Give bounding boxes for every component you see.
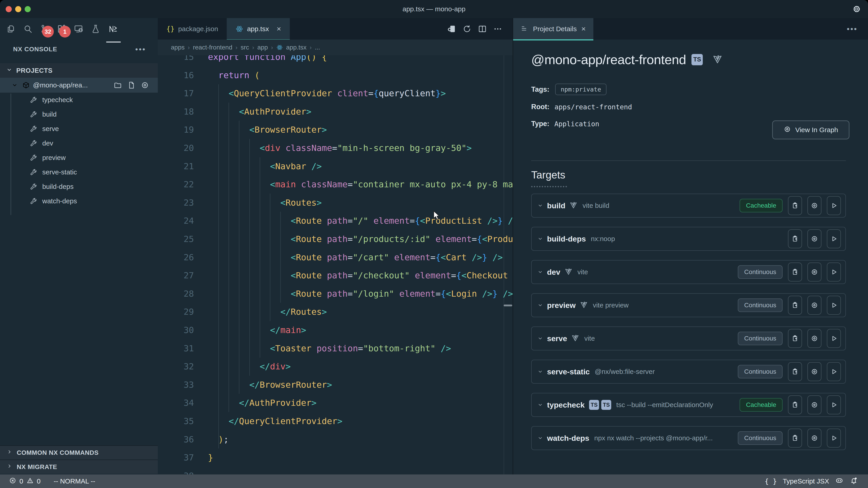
copilot-icon[interactable] bbox=[835, 476, 844, 486]
problems-status[interactable]: 0 0 -- NORMAL -- bbox=[0, 477, 95, 486]
target-button[interactable] bbox=[807, 296, 822, 315]
activity-item-search-icon[interactable] bbox=[23, 24, 33, 34]
sidebar-item-project[interactable]: @mono-app/rea... bbox=[0, 78, 158, 93]
close-icon[interactable]: × bbox=[277, 24, 281, 33]
file-icon[interactable] bbox=[127, 81, 135, 90]
play-button[interactable] bbox=[827, 329, 841, 348]
copy-button[interactable] bbox=[788, 429, 802, 448]
gear-icon[interactable] bbox=[852, 4, 862, 15]
run-config-icon[interactable] bbox=[447, 24, 456, 33]
target-button[interactable] bbox=[807, 229, 822, 248]
breadcrumb-item[interactable]: src bbox=[241, 44, 249, 51]
breadcrumb-item[interactable]: ... bbox=[315, 44, 320, 51]
breadcrumb[interactable]: apps›react-frontend›src›app›app.tsx›... bbox=[158, 39, 513, 55]
copy-button[interactable] bbox=[788, 395, 802, 414]
targets-heading: Targets bbox=[531, 169, 565, 181]
play-button[interactable] bbox=[827, 229, 841, 248]
sidebar-target-preview[interactable]: preview bbox=[0, 151, 158, 165]
error-icon bbox=[9, 477, 16, 484]
typescript-badge-icon: TS bbox=[691, 54, 703, 65]
view-in-graph-button[interactable]: View In Graph bbox=[772, 121, 849, 139]
section-label: NX MIGRATE bbox=[17, 463, 57, 470]
code-line-29: 29 </Routes> bbox=[158, 303, 513, 321]
target-button[interactable] bbox=[807, 263, 822, 282]
copy-button[interactable] bbox=[788, 296, 802, 315]
breadcrumb-separator: › bbox=[236, 44, 238, 51]
target-card-serve-static[interactable]: serve-static@nx/web:file-serverContinuou… bbox=[531, 360, 846, 384]
tags-row: Tags: npm:private bbox=[531, 84, 607, 95]
nx-icon bbox=[107, 24, 118, 34]
status-badge: Continuous bbox=[738, 431, 782, 445]
section-nx-migrate[interactable]: NX MIGRATE bbox=[0, 459, 158, 474]
copy-button[interactable] bbox=[788, 329, 802, 348]
bell-icon[interactable] bbox=[849, 476, 858, 486]
play-icon bbox=[830, 368, 838, 376]
play-button[interactable] bbox=[827, 429, 841, 448]
target-icon bbox=[783, 125, 791, 135]
breadcrumb-separator: › bbox=[310, 44, 312, 51]
target-button[interactable] bbox=[807, 362, 822, 381]
target-icon[interactable] bbox=[141, 81, 149, 90]
breadcrumb-item[interactable]: apps bbox=[171, 44, 185, 51]
sidebar-target-serve[interactable]: serve bbox=[0, 122, 158, 136]
activity-item-remote-icon[interactable] bbox=[74, 24, 84, 34]
section-label: COMMON NX COMMANDS bbox=[17, 449, 98, 456]
refresh-icon[interactable] bbox=[463, 24, 471, 33]
sidebar-target-build[interactable]: build bbox=[0, 107, 158, 122]
list-icon bbox=[521, 25, 528, 32]
projects-section-header[interactable]: PROJECTS bbox=[0, 63, 158, 78]
target-button[interactable] bbox=[807, 329, 822, 348]
sidebar-target-serve-static[interactable]: serve-static bbox=[0, 165, 158, 180]
target-card-build-deps[interactable]: build-depsnx:noop bbox=[531, 227, 846, 251]
sidebar-target-watch-deps[interactable]: watch-deps bbox=[0, 194, 158, 208]
activity-item-nx-icon[interactable] bbox=[107, 24, 118, 34]
close-icon[interactable]: × bbox=[581, 24, 586, 33]
activity-item-source-control-icon[interactable]: 32 bbox=[40, 24, 50, 34]
tab-package.json[interactable]: {}package.json bbox=[158, 18, 227, 39]
sidebar-target-dev[interactable]: dev bbox=[0, 136, 158, 151]
target-button[interactable] bbox=[807, 395, 822, 414]
play-button[interactable] bbox=[827, 296, 841, 315]
section-common-nx-commands[interactable]: COMMON NX COMMANDS bbox=[0, 445, 158, 459]
cube-icon bbox=[22, 81, 30, 89]
target-label: watch-deps bbox=[42, 197, 77, 205]
more-icon[interactable]: ••• bbox=[847, 27, 868, 31]
activity-item-files-icon[interactable] bbox=[6, 24, 16, 34]
copy-button[interactable] bbox=[788, 362, 802, 381]
copy-button[interactable] bbox=[788, 263, 802, 282]
target-card-typecheck[interactable]: typecheckTSTStsc --build --emitDeclarati… bbox=[531, 393, 846, 417]
tab-project-details[interactable]: Project Details × bbox=[513, 18, 593, 39]
sidebar-target-typecheck[interactable]: typecheck bbox=[0, 93, 158, 107]
play-button[interactable] bbox=[827, 395, 841, 414]
split-editor-icon[interactable] bbox=[478, 24, 487, 33]
play-button[interactable] bbox=[827, 263, 841, 282]
chevron-down-icon bbox=[537, 435, 544, 441]
play-button[interactable] bbox=[827, 362, 841, 381]
sidebar-target-build-deps[interactable]: build-deps bbox=[0, 180, 158, 194]
braces-icon: { } bbox=[765, 477, 777, 485]
target-card-serve[interactable]: serveviteContinuous bbox=[531, 326, 846, 350]
breadcrumb-item[interactable]: app bbox=[257, 44, 268, 51]
copy-button[interactable] bbox=[788, 229, 802, 248]
activity-item-beaker-icon[interactable] bbox=[91, 24, 101, 34]
target-button[interactable] bbox=[807, 429, 822, 448]
target-card-watch-deps[interactable]: watch-depsnpx nx watch --projects @mono-… bbox=[531, 426, 846, 450]
target-card-dev[interactable]: devviteContinuous bbox=[531, 260, 846, 284]
language-mode[interactable]: TypeScript JSX bbox=[783, 477, 829, 485]
target-card-preview[interactable]: previewvite previewContinuous bbox=[531, 293, 846, 317]
folder-icon[interactable] bbox=[114, 81, 122, 90]
copy-button[interactable] bbox=[788, 196, 802, 215]
chevron-right-icon bbox=[6, 449, 13, 457]
more-icon[interactable] bbox=[493, 24, 502, 33]
tab-app.tsx[interactable]: app.tsx× bbox=[227, 18, 290, 39]
code-line-28: 28 <Route path="/login" element={<Login … bbox=[158, 285, 513, 303]
breadcrumb-item[interactable]: app.tsx bbox=[286, 44, 307, 51]
code-line-35: 35 </QueryClientProvider> bbox=[158, 412, 513, 430]
breadcrumb-item[interactable]: react-frontend bbox=[193, 44, 232, 51]
play-button[interactable] bbox=[827, 196, 841, 215]
activity-item-extensions-icon[interactable]: 1 bbox=[57, 24, 67, 34]
code-editor[interactable]: 15export function App() {16 return (17 <… bbox=[158, 55, 513, 475]
more-icon[interactable]: ••• bbox=[135, 47, 146, 52]
target-button[interactable] bbox=[807, 196, 822, 215]
target-card-build[interactable]: buildvite buildCacheable bbox=[531, 194, 846, 218]
